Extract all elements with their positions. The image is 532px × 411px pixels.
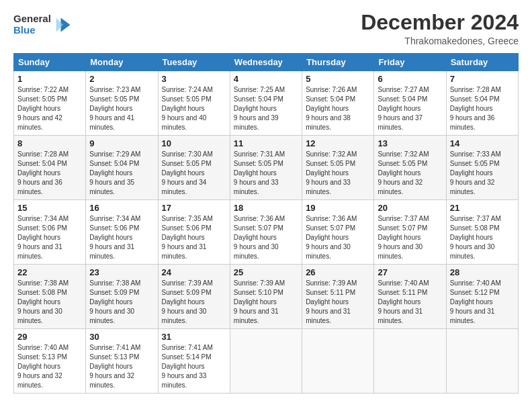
sunset-label: Sunset: 5:09 PM [162, 289, 212, 296]
daylight-label: Daylight hours [378, 105, 420, 112]
day-info: Sunrise: 7:41 AM Sunset: 5:14 PM Dayligh… [162, 343, 226, 390]
sunrise-label: Sunrise: 7:34 AM [89, 215, 140, 222]
table-row [302, 329, 374, 394]
calendar-week-row: 15 Sunrise: 7:34 AM Sunset: 5:06 PM Dayl… [14, 200, 519, 265]
day-number: 22 [17, 267, 82, 277]
sunrise-label: Sunrise: 7:41 AM [89, 344, 140, 351]
sunrise-label: Sunrise: 7:24 AM [162, 86, 213, 93]
table-row: 6 Sunrise: 7:27 AM Sunset: 5:04 PM Dayli… [374, 71, 446, 136]
daylight-value: 9 hours and 32 minutes. [17, 372, 62, 389]
day-number: 18 [234, 203, 298, 213]
daylight-value: 9 hours and 38 minutes. [306, 114, 351, 131]
calendar-table: Sunday Monday Tuesday Wednesday Thursday… [13, 53, 519, 394]
day-number: 13 [378, 138, 442, 148]
daylight-value: 9 hours and 31 minutes. [450, 308, 495, 324]
day-info: Sunrise: 7:37 AM Sunset: 5:07 PM Dayligh… [378, 214, 442, 261]
sunrise-label: Sunrise: 7:39 AM [162, 279, 213, 287]
daylight-value: 9 hours and 41 minutes. [89, 114, 134, 131]
daylight-value: 9 hours and 30 minutes. [17, 308, 62, 324]
table-row: 26 Sunrise: 7:39 AM Sunset: 5:11 PM Dayl… [302, 265, 374, 329]
sunset-label: Sunset: 5:13 PM [17, 353, 67, 361]
daylight-label: Daylight hours [162, 169, 205, 177]
table-row: 12 Sunrise: 7:32 AM Sunset: 5:05 PM Dayl… [302, 136, 374, 200]
sunrise-label: Sunrise: 7:39 AM [234, 279, 285, 287]
sunrise-label: Sunrise: 7:25 AM [234, 86, 285, 93]
table-row: 22 Sunrise: 7:38 AM Sunset: 5:08 PM Dayl… [14, 265, 86, 329]
table-row: 3 Sunrise: 7:24 AM Sunset: 5:05 PM Dayli… [158, 71, 230, 136]
sunrise-label: Sunrise: 7:37 AM [378, 215, 429, 222]
sunrise-label: Sunrise: 7:26 AM [306, 86, 357, 93]
day-info: Sunrise: 7:34 AM Sunset: 5:06 PM Dayligh… [17, 214, 82, 261]
daylight-value: 9 hours and 39 minutes. [234, 114, 279, 131]
day-number: 11 [234, 138, 298, 148]
header-saturday: Saturday [446, 54, 518, 71]
table-row: 1 Sunrise: 7:22 AM Sunset: 5:05 PM Dayli… [14, 71, 86, 136]
daylight-label: Daylight hours [306, 298, 349, 306]
sunset-label: Sunset: 5:05 PM [162, 95, 212, 103]
sunrise-label: Sunrise: 7:40 AM [17, 344, 69, 351]
day-number: 28 [450, 267, 515, 277]
sunset-label: Sunset: 5:04 PM [378, 95, 427, 103]
title-block: December 2024 Thrakomakedones, Greece [361, 11, 519, 46]
sunrise-label: Sunrise: 7:29 AM [89, 150, 140, 158]
day-info: Sunrise: 7:26 AM Sunset: 5:04 PM Dayligh… [306, 85, 370, 132]
day-number: 5 [306, 74, 370, 84]
daylight-label: Daylight hours [378, 169, 420, 177]
day-info: Sunrise: 7:32 AM Sunset: 5:05 PM Dayligh… [378, 150, 442, 197]
daylight-label: Daylight hours [306, 234, 349, 241]
day-info: Sunrise: 7:39 AM Sunset: 5:11 PM Dayligh… [306, 279, 370, 326]
table-row: 20 Sunrise: 7:37 AM Sunset: 5:07 PM Dayl… [374, 200, 446, 265]
day-number: 8 [17, 138, 82, 148]
day-number: 16 [89, 203, 154, 213]
header-wednesday: Wednesday [230, 54, 302, 71]
table-row: 31 Sunrise: 7:41 AM Sunset: 5:14 PM Dayl… [158, 329, 230, 394]
sunrise-label: Sunrise: 7:38 AM [89, 279, 140, 287]
sunrise-label: Sunrise: 7:39 AM [306, 279, 357, 287]
daylight-value: 9 hours and 37 minutes. [378, 114, 423, 131]
day-number: 23 [89, 267, 154, 277]
day-info: Sunrise: 7:27 AM Sunset: 5:04 PM Dayligh… [378, 85, 442, 132]
daylight-label: Daylight hours [162, 105, 205, 112]
day-number: 30 [89, 332, 154, 342]
sunrise-label: Sunrise: 7:27 AM [378, 86, 429, 93]
daylight-label: Daylight hours [17, 298, 60, 306]
calendar-week-row: 8 Sunrise: 7:28 AM Sunset: 5:04 PM Dayli… [14, 136, 519, 200]
location-title: Thrakomakedones, Greece [361, 36, 519, 46]
sunset-label: Sunset: 5:05 PM [89, 95, 139, 103]
day-number: 9 [89, 138, 154, 148]
daylight-value: 9 hours and 30 minutes. [306, 243, 351, 260]
table-row: 13 Sunrise: 7:32 AM Sunset: 5:05 PM Dayl… [374, 136, 446, 200]
sunrise-label: Sunrise: 7:31 AM [234, 150, 285, 158]
table-row: 7 Sunrise: 7:28 AM Sunset: 5:04 PM Dayli… [446, 71, 518, 136]
day-info: Sunrise: 7:36 AM Sunset: 5:07 PM Dayligh… [306, 214, 370, 261]
daylight-value: 9 hours and 33 minutes. [306, 179, 351, 195]
day-info: Sunrise: 7:34 AM Sunset: 5:06 PM Dayligh… [89, 214, 154, 261]
table-row: 15 Sunrise: 7:34 AM Sunset: 5:06 PM Dayl… [14, 200, 86, 265]
day-info: Sunrise: 7:40 AM Sunset: 5:13 PM Dayligh… [17, 343, 82, 390]
day-number: 3 [162, 74, 226, 84]
daylight-value: 9 hours and 33 minutes. [234, 179, 279, 195]
daylight-label: Daylight hours [17, 169, 60, 177]
table-row: 21 Sunrise: 7:37 AM Sunset: 5:08 PM Dayl… [446, 200, 518, 265]
daylight-value: 9 hours and 31 minutes. [234, 308, 279, 324]
table-row: 2 Sunrise: 7:23 AM Sunset: 5:05 PM Dayli… [86, 71, 158, 136]
sunrise-label: Sunrise: 7:36 AM [234, 215, 285, 222]
logo-general: General [13, 13, 51, 25]
sunrise-label: Sunrise: 7:28 AM [450, 86, 501, 93]
day-number: 12 [306, 138, 370, 148]
daylight-label: Daylight hours [306, 105, 349, 112]
table-row: 19 Sunrise: 7:36 AM Sunset: 5:07 PM Dayl… [302, 200, 374, 265]
day-info: Sunrise: 7:36 AM Sunset: 5:07 PM Dayligh… [234, 214, 298, 261]
sunset-label: Sunset: 5:04 PM [89, 160, 139, 167]
table-row [374, 329, 446, 394]
table-row: 16 Sunrise: 7:34 AM Sunset: 5:06 PM Dayl… [86, 200, 158, 265]
sunrise-label: Sunrise: 7:37 AM [450, 215, 501, 222]
sunset-label: Sunset: 5:05 PM [450, 160, 500, 167]
header-friday: Friday [374, 54, 446, 71]
sunset-label: Sunset: 5:07 PM [378, 224, 427, 232]
day-info: Sunrise: 7:25 AM Sunset: 5:04 PM Dayligh… [234, 85, 298, 132]
table-row [446, 329, 518, 394]
calendar-week-row: 22 Sunrise: 7:38 AM Sunset: 5:08 PM Dayl… [14, 265, 519, 329]
daylight-value: 9 hours and 30 minutes. [450, 243, 495, 260]
daylight-value: 9 hours and 33 minutes. [162, 372, 207, 389]
